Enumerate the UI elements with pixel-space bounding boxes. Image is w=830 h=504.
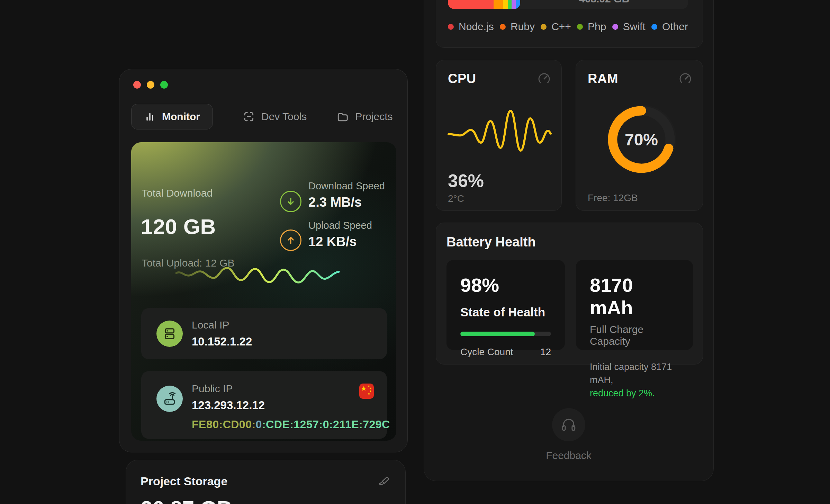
- cpu-temperature: 2°C: [448, 193, 464, 204]
- legend-label: Ruby: [511, 21, 535, 33]
- legend-item: Other: [651, 21, 688, 33]
- tab-monitor[interactable]: Monitor: [131, 104, 213, 129]
- network-card: Total Download 120 GB Total Upload: 12 G…: [131, 142, 396, 441]
- soh-value: 98%: [460, 274, 551, 296]
- server-icon: [156, 321, 183, 347]
- download-speed-label: Download Speed: [308, 180, 385, 192]
- tab-dev-tools[interactable]: Dev Tools: [243, 110, 307, 123]
- project-storage-card: Project Storage 20.87 GB: [126, 460, 406, 504]
- legend-dot: [577, 24, 583, 30]
- legend-dot: [651, 24, 657, 30]
- cycle-count-label: Cycle Count: [460, 346, 513, 358]
- legend-dot: [500, 24, 506, 30]
- cpu-usage-value: 36%: [448, 170, 484, 191]
- paintbrush-icon[interactable]: [376, 475, 391, 490]
- bar-segment: [448, 0, 494, 9]
- legend-label: Other: [662, 21, 688, 33]
- legend-item: Node.js: [448, 21, 494, 33]
- download-speed-value: 2.3 MB/s: [308, 195, 362, 210]
- upload-arrow-icon: [280, 230, 301, 251]
- monitor-window: Monitor Dev Tools Projects Total Downlo: [119, 69, 408, 452]
- gauge-icon: [678, 72, 692, 86]
- headphones-icon: [552, 408, 585, 441]
- capacity-note-plain: Initial capacity 8171 mAH,: [590, 362, 672, 385]
- local-ip-value: 10.152.1.22: [192, 335, 252, 348]
- legend-label: C++: [551, 21, 571, 33]
- languages-legend: Node.js Ruby C++ Php Swift Other: [448, 18, 688, 35]
- total-download-value: 120 GB: [141, 214, 216, 239]
- soh-label: State of Health: [460, 305, 551, 319]
- full-charge-card: 8170 mAh Full Charge Capacity Initial ca…: [576, 260, 693, 350]
- languages-card: 408.02 GB Node.js Ruby C++ Php Swift Oth…: [436, 0, 703, 48]
- public-ipv6-value: FE80:CD00:0:CDE:1257:0:211E:729C: [192, 418, 390, 431]
- download-arrow-icon: [280, 191, 301, 212]
- cpu-title: CPU: [448, 71, 476, 86]
- languages-usage-bar: [448, 0, 520, 9]
- capacity-value: 8170 mAh: [590, 274, 679, 319]
- project-storage-title: Project Storage: [141, 475, 227, 488]
- legend-label: Swift: [623, 21, 646, 33]
- public-ip-label: Public IP: [192, 383, 233, 395]
- tab-projects[interactable]: Projects: [336, 110, 393, 123]
- local-ip-row: Local IP 10.152.1.22: [141, 308, 387, 359]
- bar-segment: [503, 0, 508, 9]
- cycle-count-value: 12: [540, 346, 551, 358]
- feedback-button[interactable]: Feedback: [424, 408, 713, 461]
- legend-dot: [612, 24, 618, 30]
- legend-label: Php: [588, 21, 606, 33]
- traffic-lights: [133, 81, 168, 89]
- cpu-activity-wave: [446, 105, 552, 163]
- legend-item: Ruby: [500, 21, 535, 33]
- minimize-button[interactable]: [147, 81, 154, 89]
- ram-free: Free: 12GB: [588, 192, 638, 204]
- feedback-label: Feedback: [546, 450, 592, 461]
- state-of-health-card: 98% State of Health Cycle Count 12: [446, 260, 565, 350]
- tab-monitor-label: Monitor: [162, 111, 200, 123]
- tab-bar: Monitor Dev Tools Projects: [131, 104, 396, 129]
- cpu-card: CPU 36% 2°C: [436, 60, 562, 211]
- capacity-note: Initial capacity 8171 mAH, reduced by 2%…: [590, 360, 679, 400]
- ram-card: RAM 70% Free: 12GB: [576, 60, 703, 211]
- public-ip-value: 123.293.12.12: [192, 399, 265, 412]
- languages-total: 408.02 GB: [520, 0, 688, 5]
- soh-progress-fill: [460, 332, 535, 336]
- tab-dev-tools-label: Dev Tools: [261, 111, 307, 123]
- legend-label: Node.js: [459, 21, 494, 33]
- bar-segment: [512, 0, 516, 9]
- legend-dot: [541, 24, 547, 30]
- scan-icon: [243, 110, 255, 123]
- ram-usage-value: 70%: [602, 100, 681, 179]
- china-flag-icon: ★ ★ ★ ★ ★: [359, 384, 374, 399]
- bar-segment: [516, 0, 520, 9]
- upload-speed-label: Upload Speed: [308, 220, 372, 231]
- local-ip-label: Local IP: [192, 319, 229, 331]
- legend-item: Php: [577, 21, 606, 33]
- languages-usage-inset: 408.02 GB: [448, 0, 688, 9]
- tab-projects-label: Projects: [355, 111, 393, 123]
- battery-title: Battery Health: [446, 235, 536, 250]
- bar-segment: [508, 0, 511, 9]
- system-panel: 408.02 GB Node.js Ruby C++ Php Swift Oth…: [424, 0, 714, 481]
- legend-item: C++: [541, 21, 571, 33]
- ram-title: RAM: [588, 71, 618, 86]
- gauge-icon: [537, 72, 551, 86]
- total-download-label: Total Download: [142, 187, 213, 199]
- public-ip-row: Public IP 123.293.12.12 FE80:CD00:0:CDE:…: [141, 371, 387, 439]
- network-activity-wave: [175, 261, 341, 286]
- bar-chart-icon: [144, 111, 156, 123]
- legend-dot: [448, 24, 454, 30]
- soh-progress-track: [460, 332, 551, 336]
- close-button[interactable]: [133, 81, 141, 89]
- capacity-note-highlight: reduced by 2%.: [590, 387, 679, 400]
- capacity-label: Full Charge Capacity: [590, 324, 679, 347]
- folder-icon: [336, 110, 349, 123]
- upload-speed-value: 12 KB/s: [308, 234, 357, 249]
- ram-usage-ring: 70%: [602, 100, 681, 179]
- project-storage-value: 20.87 GB: [141, 496, 391, 504]
- router-icon: [156, 386, 183, 412]
- bar-segment: [494, 0, 503, 9]
- battery-card: Battery Health 98% State of Health Cycle…: [436, 223, 703, 364]
- zoom-button[interactable]: [160, 81, 168, 89]
- legend-item: Swift: [612, 21, 646, 33]
